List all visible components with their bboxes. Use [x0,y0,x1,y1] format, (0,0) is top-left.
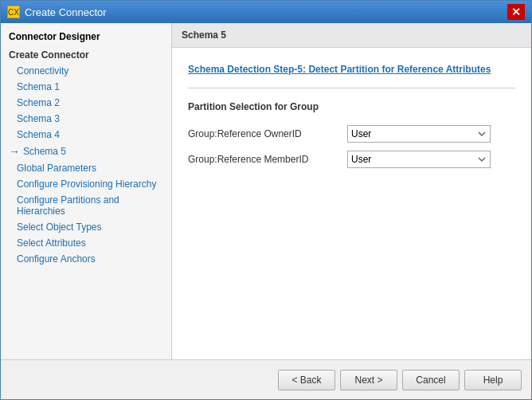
sidebar-item-global-parameters[interactable]: Global Parameters [1,160,171,176]
sidebar-item-schema-3[interactable]: Schema 3 [1,111,171,127]
partition-row-memberid: Group:Reference MemberID User Group Cont… [188,151,515,168]
detection-step-prefix: Schema Detection Step-5: [188,64,308,75]
app-icon: CX [7,6,20,18]
main-body: Schema Detection Step-5: Detect Partitio… [172,48,531,359]
memberid-label: Group:Reference MemberID [188,154,347,165]
sidebar-item-select-object-types[interactable]: Select Object Types [1,219,171,235]
sidebar-item-schema-4[interactable]: Schema 4 [1,127,171,143]
sidebar-item-configure-provisioning-hierarchy[interactable]: Configure Provisioning Hierarchy [1,176,171,192]
ownerid-label: Group:Reference OwnerID [188,128,347,139]
main-window: CX Create Connector ✕ Connector Designer… [0,0,532,400]
help-button[interactable]: Help [464,370,522,390]
sidebar-item-schema-2[interactable]: Schema 2 [1,95,171,111]
ownerid-select[interactable]: User Group Contact [347,125,491,143]
sidebar-item-configure-anchors[interactable]: Configure Anchors [1,251,171,267]
sidebar-item-schema-5[interactable]: → Schema 5 [1,143,171,160]
cancel-button[interactable]: Cancel [402,370,460,390]
sidebar-item-schema-1[interactable]: Schema 1 [1,79,171,95]
title-bar: CX Create Connector ✕ [1,1,531,23]
sidebar: Connector Designer Create Connector Conn… [1,23,172,359]
footer: < Back Next > Cancel Help [1,359,531,399]
sidebar-item-connectivity[interactable]: Connectivity [1,63,171,79]
section-header: Schema 5 [172,23,531,48]
memberid-select[interactable]: User Group Contact [347,151,491,168]
partition-section-title: Partition Selection for Group [188,101,515,112]
close-button[interactable]: ✕ [507,4,525,20]
separator [188,88,515,88]
title-bar-left: CX Create Connector [7,6,107,18]
sidebar-item-select-attributes[interactable]: Select Attributes [1,235,171,251]
sidebar-header: Connector Designer [1,28,171,47]
sidebar-item-configure-partitions-hierarchies[interactable]: Configure Partitions and Hierarchies [1,192,171,219]
active-arrow-icon: → [9,145,20,158]
main-content: Schema 5 Schema Detection Step-5: Detect… [172,23,531,359]
sidebar-item-create-connector[interactable]: Create Connector [1,47,171,63]
content-area: Connector Designer Create Connector Conn… [1,23,531,359]
detection-step-title: Schema Detection Step-5: Detect Partitio… [188,64,515,75]
back-button[interactable]: < Back [278,370,335,390]
next-button[interactable]: Next > [340,370,397,390]
partition-row-ownerid: Group:Reference OwnerID User Group Conta… [188,125,515,143]
window-title: Create Connector [25,6,107,18]
detection-step-text: Detect Partition for Reference Attribute… [308,64,491,75]
